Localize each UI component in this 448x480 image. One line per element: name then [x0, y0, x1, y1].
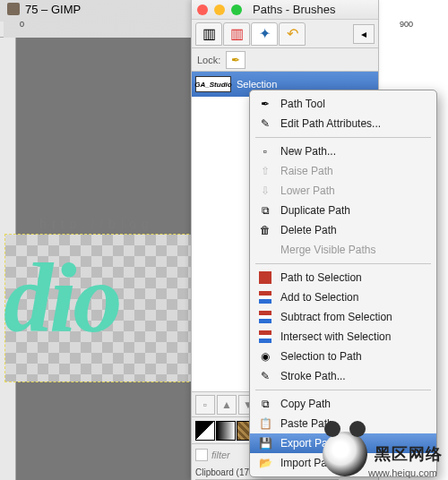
sample-text-layer: dio: [4, 249, 119, 347]
subtract-selection-icon: [257, 311, 273, 323]
duplicate-icon: ⧉: [257, 204, 273, 217]
close-window-button[interactable]: [197, 4, 208, 15]
ruler-horizontal[interactable]: [0, 21, 4, 38]
menu-selection-to-path[interactable]: ◉Selection to Path: [250, 347, 436, 366]
trash-icon: 🗑: [257, 224, 273, 236]
menu-paste-path[interactable]: 📋Paste Path: [250, 414, 436, 433]
mascot-icon: [323, 432, 367, 476]
menu-separator: [255, 137, 431, 138]
paste-icon: 📋: [257, 417, 273, 430]
panel-titlebar[interactable]: Paths - Brushes: [192, 0, 378, 20]
layers-icon: ▥: [202, 25, 216, 42]
menu-lower-path: ⇩Lower Path: [250, 181, 436, 201]
zoom-window-button[interactable]: [231, 4, 242, 15]
canvas-area[interactable]: http://blog dio: [16, 38, 191, 480]
path-context-menu: ✒Path Tool ✎Edit Path Attributes... ▫New…: [249, 90, 437, 477]
menu-add-to-selection[interactable]: Add to Selection: [250, 287, 436, 307]
lock-label: Lock:: [197, 55, 220, 65]
layers-tab[interactable]: ▥: [195, 22, 222, 46]
new-icon: ▫: [257, 145, 273, 158]
intersect-selection-icon: [257, 330, 273, 343]
window-controls: [197, 4, 242, 15]
menu-new-path[interactable]: ▫New Path...: [250, 141, 436, 161]
lock-content-toggle[interactable]: ✒: [226, 51, 246, 69]
stroke-icon: ✎: [257, 370, 273, 382]
ruler-tick-0: 0: [20, 20, 24, 29]
raise-icon: ⇧: [257, 165, 273, 177]
lock-row: Lock: ✒: [192, 48, 378, 72]
undo-history-tab[interactable]: ↶: [279, 22, 306, 46]
paths-icon: ✦: [259, 25, 271, 42]
panel-title: Paths - Brushes: [253, 3, 336, 16]
gimp-title-text: 75 – GIMP: [25, 3, 81, 16]
gimp-titlebar: 75 – GIMP: [4, 0, 192, 18]
menu-delete-path[interactable]: 🗑Delete Path: [250, 220, 436, 240]
dock-tabbar-upper: ▥ ▥ ✦ ↶ ◂: [192, 20, 378, 48]
pen-icon: ✒: [231, 54, 240, 66]
path-thumbnail[interactable]: GA_Studio: [195, 76, 231, 92]
brush-filter-input[interactable]: filter: [211, 450, 230, 460]
menu-copy-path[interactable]: ⧉Copy Path: [250, 394, 436, 414]
to-selection-icon: [257, 271, 273, 284]
menu-raise-path: ⇧Raise Path: [250, 161, 436, 181]
edit-icon: ✎: [257, 117, 273, 130]
menu-separator: [255, 390, 431, 390]
brushes-tab[interactable]: [195, 421, 215, 441]
channels-tab[interactable]: ▥: [223, 22, 250, 46]
watermark-url: www.heiqu.com: [368, 467, 437, 478]
copy-icon: ⧉: [257, 398, 273, 410]
watermark-faint: http://blog: [39, 217, 154, 231]
menu-merge-visible-paths: Merge Visible Paths: [250, 240, 436, 260]
add-selection-icon: [257, 291, 273, 304]
menu-subtract-from-selection[interactable]: Subtract from Selection: [250, 307, 436, 327]
image-layer[interactable]: dio: [5, 235, 206, 381]
pen-tool-icon: ✒: [257, 98, 273, 110]
import-icon: 📂: [257, 457, 273, 469]
menu-path-tool[interactable]: ✒Path Tool: [250, 94, 436, 114]
gimp-main-window: 75 – GIMP 0 http://blog dio: [0, 0, 197, 480]
gimp-app-icon: [7, 3, 20, 15]
site-watermark: 黑区网络 www.heiqu.com: [323, 432, 443, 476]
brush-view-toggle[interactable]: [195, 449, 208, 461]
watermark-brand: 黑区网络: [375, 443, 443, 465]
tab-menu-button[interactable]: ◂: [353, 24, 375, 44]
menu-separator: [255, 263, 431, 264]
ruler-tick-900: 900: [400, 20, 413, 29]
path-name-label[interactable]: Selection: [237, 79, 277, 90]
menu-edit-path-attributes[interactable]: ✎Edit Path Attributes...: [250, 114, 436, 133]
menu-stroke-path[interactable]: ✎Stroke Path...: [250, 366, 436, 386]
new-path-button[interactable]: ▫: [195, 395, 215, 415]
channels-icon: ▥: [230, 25, 244, 42]
minimize-window-button[interactable]: [214, 4, 225, 15]
undo-icon: ↶: [287, 25, 298, 42]
menu-duplicate-path[interactable]: ⧉Duplicate Path: [250, 201, 436, 220]
gradients-tab[interactable]: [216, 421, 236, 441]
raise-path-button[interactable]: ▲: [217, 395, 237, 415]
paths-tab[interactable]: ✦: [251, 22, 278, 46]
selection-to-path-icon: ◉: [257, 350, 273, 363]
lower-icon: ⇩: [257, 184, 273, 197]
chevron-left-icon: ◂: [361, 28, 366, 40]
menu-intersect-with-selection[interactable]: Intersect with Selection: [250, 327, 436, 347]
menu-path-to-selection[interactable]: Path to Selection: [250, 268, 436, 287]
export-icon: 💾: [257, 437, 273, 450]
